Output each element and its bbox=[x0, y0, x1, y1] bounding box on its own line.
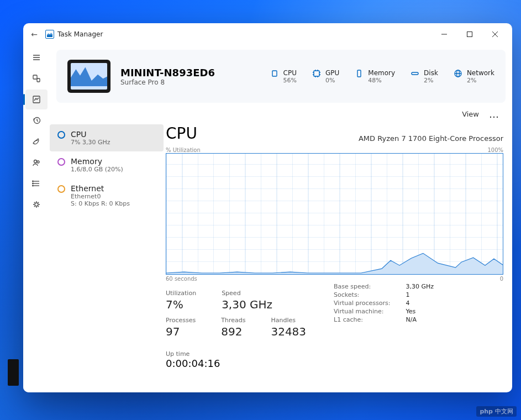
detail-pane: CPU AMD Ryzen 7 1700 Eight-Core Processo… bbox=[164, 124, 506, 386]
resource-item-ethernet[interactable]: EthernetEthernet0S: 0 Kbps R: 0 Kbps bbox=[50, 179, 164, 213]
host-name: MININT-N893ED6 bbox=[120, 67, 215, 78]
metric-memory[interactable]: Memory48% bbox=[355, 69, 395, 84]
svg-point-13 bbox=[37, 161, 39, 163]
svg-rect-24 bbox=[412, 72, 418, 75]
maximize-button[interactable] bbox=[457, 25, 482, 43]
perf-thumbnail bbox=[67, 60, 110, 93]
nav-services[interactable] bbox=[25, 195, 48, 214]
taskbar-stub bbox=[8, 359, 19, 386]
memory-stick-icon bbox=[355, 69, 364, 78]
task-manager-icon bbox=[45, 30, 54, 39]
stat-processes: Processes97 bbox=[166, 317, 196, 344]
y-axis-max: 100% bbox=[487, 147, 503, 153]
nav-processes[interactable] bbox=[25, 69, 48, 88]
nav-hamburger[interactable] bbox=[25, 48, 48, 67]
task-manager-window: ← Task Manager bbox=[23, 23, 512, 392]
view-menu[interactable]: View bbox=[462, 110, 479, 118]
sidebar bbox=[23, 45, 50, 392]
cpu-chip-icon bbox=[270, 69, 279, 78]
svg-rect-21 bbox=[272, 71, 277, 76]
x-axis-left: 60 seconds bbox=[166, 276, 197, 282]
svg-rect-8 bbox=[37, 78, 40, 82]
nav-details[interactable] bbox=[25, 174, 48, 193]
summary-header: MININT-N893ED6 Surface Pro 8 CPU56% GPU0… bbox=[56, 50, 506, 103]
stat-speed: Speed3,30 GHz bbox=[222, 290, 272, 317]
gpu-chip-icon bbox=[312, 69, 321, 78]
svg-point-19 bbox=[33, 185, 34, 186]
ethernet-ring-icon bbox=[57, 185, 65, 193]
svg-rect-23 bbox=[357, 70, 361, 77]
disk-icon bbox=[411, 69, 419, 78]
cpu-utilization-chart[interactable] bbox=[166, 153, 503, 275]
svg-rect-22 bbox=[314, 71, 319, 76]
svg-point-17 bbox=[33, 181, 34, 182]
watermark: php中文网 bbox=[476, 406, 517, 417]
stat-handles: Handles32483 bbox=[271, 317, 306, 344]
y-axis-label: % Utilization bbox=[166, 147, 201, 153]
network-globe-icon bbox=[454, 69, 462, 78]
stat-uptime: Up time 0:00:04:16 bbox=[166, 350, 306, 369]
device-name: Surface Pro 8 bbox=[120, 78, 215, 86]
svg-point-11 bbox=[37, 140, 38, 141]
svg-rect-1 bbox=[467, 32, 472, 37]
nav-startup[interactable] bbox=[25, 132, 48, 151]
svg-point-12 bbox=[34, 160, 37, 163]
resource-item-memory[interactable]: Memory1,6/8,0 GB (20%) bbox=[50, 151, 164, 179]
svg-rect-7 bbox=[33, 75, 37, 79]
stat-threads: Threads892 bbox=[221, 317, 245, 344]
x-axis-right: 0 bbox=[500, 276, 503, 282]
resource-list: CPU7% 3,30 GHz Memory1,6/8,0 GB (20%) Et… bbox=[50, 124, 164, 386]
resource-item-cpu[interactable]: CPU7% 3,30 GHz bbox=[50, 124, 164, 151]
metric-network[interactable]: Network2% bbox=[454, 69, 494, 84]
detail-title: CPU bbox=[166, 124, 197, 143]
cpu-info-grid: Base speed:3,30 GHz Sockets:1 Virtual pr… bbox=[334, 283, 434, 323]
back-button[interactable]: ← bbox=[28, 30, 41, 39]
memory-ring-icon bbox=[57, 158, 65, 166]
svg-rect-9 bbox=[33, 96, 40, 103]
processor-name: AMD Ryzen 7 1700 Eight-Core Processor bbox=[359, 134, 503, 143]
stat-utilization: Utilization7% bbox=[166, 290, 196, 317]
close-button[interactable] bbox=[482, 25, 508, 43]
window-title: Task Manager bbox=[57, 30, 103, 38]
nav-app-history[interactable] bbox=[25, 111, 48, 130]
metric-gpu[interactable]: GPU0% bbox=[312, 69, 339, 84]
nav-performance[interactable] bbox=[25, 90, 48, 109]
cpu-ring-icon bbox=[57, 131, 65, 139]
more-menu[interactable]: … bbox=[489, 108, 500, 120]
nav-users[interactable] bbox=[25, 153, 48, 172]
metric-cpu[interactable]: CPU56% bbox=[270, 69, 297, 84]
titlebar: ← Task Manager bbox=[23, 23, 512, 45]
minimize-button[interactable] bbox=[431, 25, 457, 43]
svg-point-18 bbox=[33, 183, 34, 184]
svg-point-20 bbox=[35, 203, 38, 206]
metric-disk[interactable]: Disk2% bbox=[411, 69, 438, 84]
